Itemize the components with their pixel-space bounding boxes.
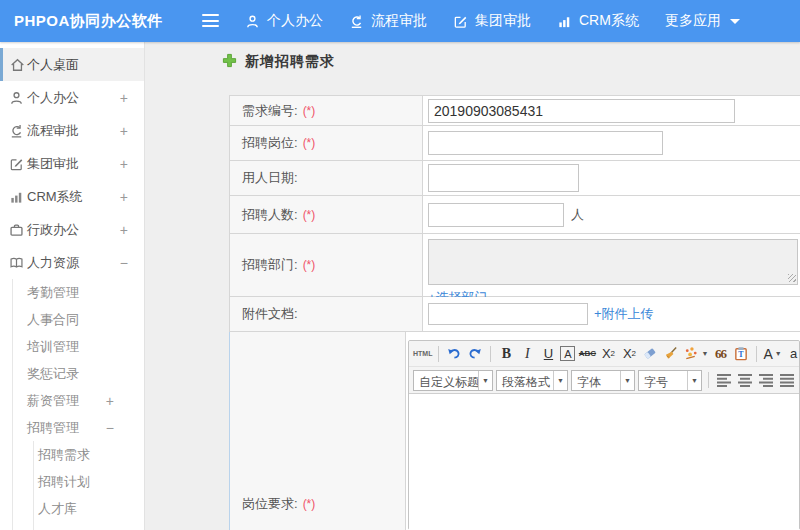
expand-toggle[interactable]: + [120, 156, 128, 172]
field-label-cell: 岗位要求: (*) [230, 332, 406, 530]
align-center-icon[interactable] [736, 373, 754, 388]
font-color-button[interactable]: A▼ [763, 344, 781, 364]
background-color-button[interactable]: a [785, 344, 799, 364]
expand-toggle[interactable]: + [106, 393, 114, 409]
field-label-cell: 需求编号: (*) [230, 96, 423, 125]
sidebar-item-personal-desktop[interactable]: 个人桌面 [0, 48, 144, 81]
sidebar-item-admin-office[interactable]: 行政办公 + [0, 213, 144, 246]
menu-toggle-icon[interactable] [202, 14, 219, 27]
underline-button[interactable]: U [539, 344, 557, 364]
topnav-more-apps[interactable]: 更多应用 [665, 12, 740, 30]
field-label: 用人日期: [242, 169, 298, 187]
editor-content-area[interactable] [409, 394, 799, 530]
expand-toggle[interactable]: + [120, 222, 128, 238]
field-label: 岗位要求: [242, 495, 298, 513]
top-nav: 个人办公 流程审批 集团审批 CRM系统 更多应用 [245, 0, 740, 42]
attachment-upload-link[interactable]: +附件上传 [594, 305, 654, 323]
align-right-icon[interactable] [757, 373, 775, 388]
sidebar-item-human-resources[interactable]: 人力资源 − [0, 246, 144, 279]
hire-date-input[interactable] [428, 164, 579, 192]
topnav-crm-system[interactable]: CRM系统 [557, 12, 639, 30]
paste-icon[interactable]: T [732, 344, 750, 364]
italic-button[interactable]: I [518, 344, 536, 364]
required-mark: (*) [303, 208, 316, 222]
caret-down-icon: ▼ [620, 371, 634, 390]
sidebar-item-recruit-mgmt[interactable]: 招聘管理 − [0, 414, 144, 441]
form-row-position: 招聘岗位: (*) [229, 126, 800, 161]
paragraph-format-select[interactable]: 段落格式▼ [496, 370, 568, 391]
topnav-label: 集团审批 [475, 12, 531, 30]
collapse-toggle[interactable]: − [106, 420, 114, 436]
highlight-pen-icon[interactable]: ▼ [683, 344, 708, 364]
field-value-cell: HTML B I U A ABC X2 X2 ▼ [406, 332, 800, 530]
eraser-icon[interactable] [641, 344, 659, 364]
expand-toggle[interactable]: + [120, 189, 128, 205]
edit-square-icon [9, 156, 24, 171]
recruit-demand-form: 需求编号: (*) 招聘岗位: (*) 用人日期: [229, 95, 800, 530]
sidebar-label: 个人办公 [27, 89, 79, 107]
collapse-toggle[interactable]: − [120, 255, 128, 271]
superscript-button[interactable]: X2 [599, 344, 617, 364]
bold-button[interactable]: B [497, 344, 515, 364]
required-mark: (*) [303, 258, 316, 272]
department-textarea[interactable] [428, 239, 798, 285]
form-row-attachment: 附件文档: +附件上传 [229, 297, 800, 332]
align-left-icon[interactable] [715, 373, 733, 388]
field-label-cell: 招聘岗位: (*) [230, 126, 423, 160]
add-plus-icon [222, 53, 237, 71]
topnav-personal-office[interactable]: 个人办公 [245, 12, 323, 30]
field-label: 需求编号: [242, 102, 298, 120]
sidebar-item-reward-punishment[interactable]: 奖惩记录 [0, 360, 144, 387]
attachment-input[interactable] [428, 303, 588, 325]
workflow-icon [9, 123, 24, 138]
subscript-button[interactable]: X2 [620, 344, 638, 364]
format-brush-icon[interactable] [662, 344, 680, 364]
sidebar-item-workflow-approval[interactable]: 流程审批 + [0, 114, 144, 147]
caret-down-icon [730, 19, 740, 24]
topnav-group-approval[interactable]: 集团审批 [453, 12, 531, 30]
form-row-demand-no: 需求编号: (*) [229, 96, 800, 126]
topnav-workflow-approval[interactable]: 流程审批 [349, 12, 427, 30]
sidebar-item-personal-office[interactable]: 个人办公 + [0, 81, 144, 114]
field-value-cell: +选择部门 [423, 234, 800, 296]
sidebar-label: 流程审批 [27, 122, 79, 140]
headcount-input[interactable] [428, 203, 564, 227]
sidebar-item-recruit-plan[interactable]: 招聘计划 [0, 468, 144, 495]
sidebar-label: 薪资管理 [27, 392, 79, 410]
demand-no-input[interactable] [428, 99, 735, 123]
sidebar-label: 行政办公 [27, 221, 79, 239]
sidebar: 个人桌面 个人办公 + 流程审批 + 集团审批 + CRM系统 + 行政办公 + [0, 42, 145, 530]
sidebar-item-hr-contract[interactable]: 人事合同 [0, 306, 144, 333]
svg-text:T: T [739, 350, 745, 359]
strikethrough-button[interactable]: ABC [578, 344, 596, 364]
sidebar-item-training-mgmt[interactable]: 培训管理 [0, 333, 144, 360]
field-value-cell [423, 126, 800, 160]
sidebar-label: 培训管理 [27, 338, 79, 356]
sidebar-item-group-approval[interactable]: 集团审批 + [0, 147, 144, 180]
editor-toolbar-row2: 自定义标题▼ 段落格式▼ 字体▼ 字号▼ [409, 367, 799, 394]
sidebar-item-attendance-mgmt[interactable]: 考勤管理 [0, 279, 144, 306]
expand-toggle[interactable]: + [120, 90, 128, 106]
edit-square-icon [453, 14, 468, 29]
blockquote-button[interactable]: 66 [711, 344, 729, 364]
redo-icon[interactable] [466, 344, 484, 364]
sidebar-item-crm-system[interactable]: CRM系统 + [0, 180, 144, 213]
source-code-button[interactable]: HTML [413, 344, 432, 364]
font-family-select[interactable]: 字体▼ [571, 370, 635, 391]
form-row-department: 招聘部门: (*) +选择部门 [229, 234, 800, 297]
font-style-button[interactable]: A [560, 346, 575, 361]
sidebar-item-salary-mgmt[interactable]: 薪资管理 + [0, 387, 144, 414]
user-icon [245, 14, 260, 29]
position-input[interactable] [428, 131, 663, 155]
align-justify-icon[interactable] [778, 373, 796, 388]
sidebar-label: CRM系统 [27, 188, 83, 206]
sidebar-item-recruit-demand[interactable]: 招聘需求 [0, 441, 144, 468]
required-mark: (*) [303, 136, 316, 150]
undo-icon[interactable] [445, 344, 463, 364]
field-value-cell: 人 [423, 196, 800, 233]
font-size-select[interactable]: 字号▼ [638, 370, 702, 391]
custom-heading-select[interactable]: 自定义标题▼ [413, 370, 493, 391]
expand-toggle[interactable]: + [120, 123, 128, 139]
rich-text-editor: HTML B I U A ABC X2 X2 ▼ [408, 340, 800, 530]
sidebar-item-talent-pool[interactable]: 人才库 [0, 495, 144, 522]
